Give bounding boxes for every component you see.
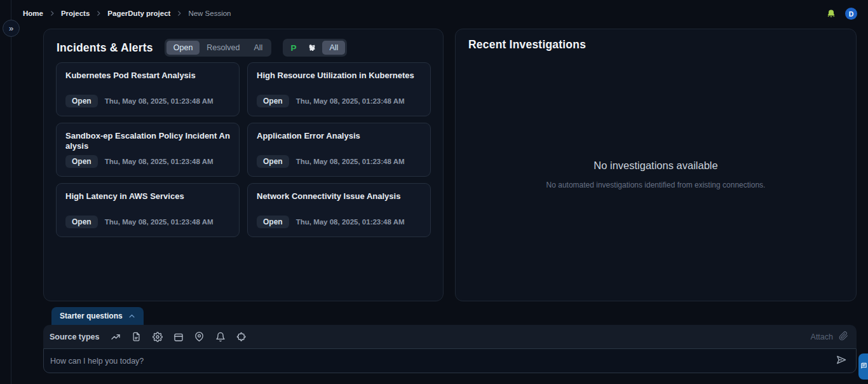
pagerduty-icon: P — [290, 43, 296, 53]
status-badge: Open — [65, 95, 98, 107]
incident-title: High Latency in AWS Services — [65, 191, 230, 202]
incident-card[interactable]: Network Connectivity Issue Analysis Open… — [247, 183, 431, 237]
source-types-label: Source types — [50, 333, 100, 341]
incident-timestamp: Thu, May 08, 2025, 01:23:48 AM — [296, 97, 405, 105]
chevron-right-icon — [95, 10, 102, 17]
incident-card[interactable]: High Latency in AWS Services Open Thu, M… — [56, 183, 240, 237]
status-badge: Open — [65, 216, 98, 228]
status-filter-open[interactable]: Open — [166, 41, 200, 55]
breadcrumb-current: New Session — [188, 10, 231, 17]
paperclip-icon — [839, 331, 848, 343]
breadcrumb-projects[interactable]: Projects — [61, 10, 90, 17]
empty-state-title: No investigations available — [456, 160, 856, 172]
empty-state-subtitle: No automated investigations identified f… — [456, 181, 856, 189]
source-filter-all[interactable]: All — [322, 41, 345, 55]
file-icon[interactable] — [132, 332, 142, 342]
incident-title: Application Error Analysis — [257, 131, 421, 141]
book-icon — [860, 362, 867, 371]
starter-questions-label: Starter questions — [60, 312, 123, 320]
status-filter: Open Resolved All — [165, 39, 272, 57]
topbar-actions: D — [825, 8, 857, 20]
status-filter-all[interactable]: All — [247, 41, 269, 55]
composer-toolbar: Source types Attach — [43, 325, 857, 348]
app-root: Home Projects PagerDuty project New Sess… — [0, 0, 868, 384]
breadcrumb-project-name[interactable]: PagerDuty project — [107, 10, 170, 17]
investigations-panel-title: Recent Investigations — [468, 38, 586, 51]
user-avatar[interactable]: D — [845, 8, 857, 20]
incident-timestamp: Thu, May 08, 2025, 01:23:48 AM — [105, 218, 214, 226]
incident-title: High Resource Utilization in Kubernetes — [257, 71, 421, 81]
chat-input-container — [43, 348, 857, 373]
attach-label: Attach — [811, 333, 833, 341]
source-filter-pagerduty[interactable]: P — [285, 41, 302, 55]
status-filter-resolved[interactable]: Resolved — [200, 41, 247, 55]
incident-timestamp: Thu, May 08, 2025, 01:23:48 AM — [296, 218, 405, 226]
source-filter-datadog[interactable] — [302, 41, 322, 54]
investigations-empty-state: No investigations available No automated… — [456, 160, 856, 189]
docs-side-tab[interactable] — [858, 353, 868, 380]
datadog-icon — [308, 43, 316, 52]
send-button[interactable] — [833, 353, 850, 369]
incident-timestamp: Thu, May 08, 2025, 01:23:48 AM — [105, 97, 214, 105]
calendar-icon[interactable] — [173, 332, 184, 342]
status-badge: Open — [257, 216, 289, 228]
status-badge: Open — [257, 95, 289, 107]
incident-timestamp: Thu, May 08, 2025, 01:23:48 AM — [105, 158, 214, 165]
incident-card[interactable]: Sandbox-ep Escalation Policy Incident An… — [56, 123, 240, 177]
breadcrumb-home[interactable]: Home — [23, 10, 43, 17]
incident-title: Sandbox-ep Escalation Policy Incident An… — [65, 131, 230, 151]
chevron-right-icon — [49, 10, 55, 17]
bell-icon[interactable] — [215, 332, 226, 342]
incident-card[interactable]: High Resource Utilization in Kubernetes … — [247, 62, 431, 116]
send-icon — [835, 353, 848, 368]
incident-card[interactable]: Kubernetes Pod Restart Analysis Open Thu… — [56, 62, 240, 116]
starter-questions-toggle[interactable]: Starter questions — [51, 307, 144, 325]
attach-button[interactable]: Attach — [811, 331, 848, 343]
source-filter-all-label: All — [329, 43, 338, 52]
status-badge: Open — [257, 155, 289, 168]
incident-title: Network Connectivity Issue Analysis — [257, 191, 421, 202]
sidebar-expand-button[interactable]: » — [3, 20, 20, 37]
sidebar-divider — [11, 0, 11, 384]
chevrons-right-icon: » — [9, 24, 13, 32]
trending-up-icon[interactable] — [111, 332, 121, 342]
incident-title: Kubernetes Pod Restart Analysis — [65, 71, 230, 81]
chevron-right-icon — [176, 10, 182, 17]
incidents-panel: Incidents & Alerts Open Resolved All P A… — [43, 29, 444, 301]
investigations-panel: Recent Investigations No investigations … — [455, 29, 857, 301]
map-pin-icon[interactable] — [194, 332, 205, 342]
notification-bell-icon[interactable] — [825, 8, 837, 20]
incident-timestamp: Thu, May 08, 2025, 01:23:48 AM — [296, 158, 405, 165]
chat-input[interactable] — [50, 357, 833, 366]
incidents-panel-header: Incidents & Alerts Open Resolved All P A… — [44, 29, 443, 62]
incident-card[interactable]: Application Error Analysis Open Thu, May… — [247, 123, 431, 177]
gear-icon[interactable] — [153, 332, 163, 342]
source-filter: P All — [283, 39, 347, 57]
puzzle-icon[interactable] — [236, 332, 247, 342]
breadcrumb: Home Projects PagerDuty project New Sess… — [23, 10, 231, 17]
incidents-panel-title: Incidents & Alerts — [57, 41, 153, 55]
incident-card-grid: Kubernetes Pod Restart Analysis Open Thu… — [44, 62, 443, 237]
status-badge: Open — [65, 155, 98, 168]
chevron-up-icon — [128, 313, 135, 320]
source-type-icons — [111, 332, 247, 342]
